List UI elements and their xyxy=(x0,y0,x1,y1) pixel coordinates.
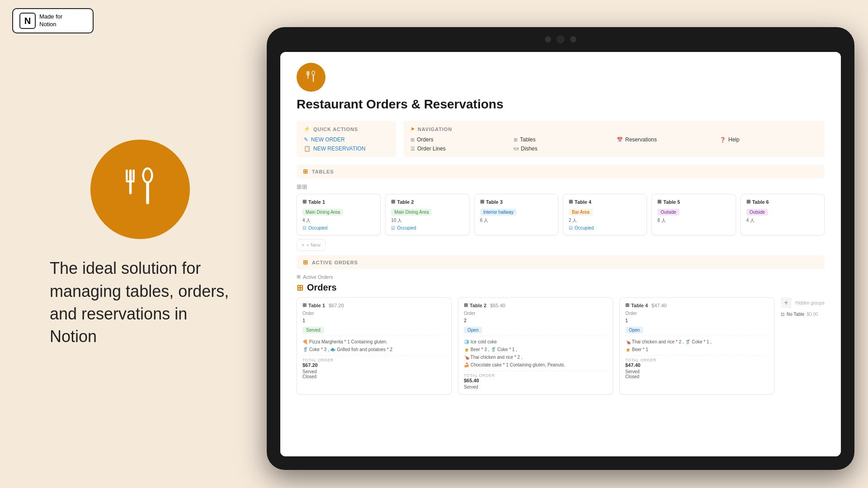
order2-table-icon: ⊞ xyxy=(464,302,468,308)
order3-items: 🍗 Thai chicken and rice * 2 , 🥤 Coke * 1… xyxy=(625,336,769,353)
svg-rect-3 xyxy=(126,180,135,182)
nav-tables[interactable]: ⊞ Tables xyxy=(514,136,611,143)
page-title: Restaurant Orders & Reservations xyxy=(297,97,825,112)
table-card-1: ⊞ Table 1 Main Dining Area 4 人 ☑ Occupie… xyxy=(297,194,381,235)
order-card-table4: ⊞ Table 4 $47.40 Order 1 Open 🍗 Thai chi… xyxy=(619,297,774,394)
svg-rect-4 xyxy=(146,180,149,204)
table6-area: Outside xyxy=(746,209,768,216)
plus-icon: + xyxy=(302,242,304,248)
table3-seats: 6 人 xyxy=(480,217,552,224)
dishes-icon: 🍽 xyxy=(514,146,519,151)
nav-orders[interactable]: ⊞ Orders xyxy=(410,136,508,143)
svg-rect-9 xyxy=(309,71,309,74)
order3-status: Open xyxy=(625,327,643,333)
order-card-table2: ⊞ Table 2 $65.40 Order 2 Open 🧊 Ice cold… xyxy=(458,297,613,394)
hidden-groups-panel: + Hidden groups ⊡ No Table $0.00 xyxy=(781,297,825,394)
navigation-header: ➤ Navigation xyxy=(410,126,817,132)
tables-grid: ⊞ Table 1 Main Dining Area 4 人 ☑ Occupie… xyxy=(297,194,825,235)
tablet-camera-bar xyxy=(545,35,576,43)
page-icon-row xyxy=(297,63,825,92)
svg-rect-8 xyxy=(307,71,307,74)
table4-area: Bar Area xyxy=(569,209,593,216)
svg-rect-1 xyxy=(126,169,127,180)
table4-seats: 2 人 xyxy=(569,217,641,224)
navigation-panel: ➤ Navigation ⊞ Orders ⊞ Tables xyxy=(403,121,825,157)
add-group-button[interactable]: + xyxy=(781,297,792,308)
tables-view-icon: ⊞⊞ xyxy=(297,183,825,190)
table5-seats: 8 人 xyxy=(657,217,730,224)
tablet-camera-left xyxy=(545,36,551,42)
hidden-groups-label: Hidden groups xyxy=(795,300,825,305)
nav-icon: ➤ xyxy=(410,126,415,132)
nav-dishes[interactable]: 🍽 Dishes xyxy=(514,145,611,152)
orders-grid: ⊞ Table 1 $67.20 Order 1 Served 🍕 Pizza … xyxy=(297,297,825,394)
tablet-wrapper: Restaurant Orders & Reservations ⚡ Quick… xyxy=(253,0,868,488)
orders-view-label: ⊞ Active Orders xyxy=(297,274,825,280)
orderlines-icon: ☰ xyxy=(410,146,415,152)
orders-section: ⊞ Active Orders ⊞ Active Orders ⊞ Orders xyxy=(297,255,825,394)
order-card-table1: ⊞ Table 1 $67.20 Order 1 Served 🍕 Pizza … xyxy=(297,297,452,394)
tablet-screen: Restaurant Orders & Reservations ⚡ Quick… xyxy=(280,52,841,456)
top-blocks-row: ⚡ Quick Actions ✎ NEW ORDER 📋 NEW RESERV… xyxy=(297,121,825,157)
quick-actions-header: ⚡ Quick Actions xyxy=(304,126,389,132)
table1-occupied: ☑ Occupied xyxy=(302,225,375,230)
new-order-button[interactable]: ✎ NEW ORDER xyxy=(304,136,389,143)
nav-reservations[interactable]: 📅 Reservations xyxy=(617,136,714,143)
tables-section-header: ⊞ Tables xyxy=(297,164,825,178)
svg-rect-2 xyxy=(133,169,135,180)
no-table-badge: ⊡ No Table $0.00 xyxy=(781,312,825,317)
svg-rect-11 xyxy=(313,75,314,82)
order1-table-icon: ⊞ xyxy=(302,302,307,308)
restaurant-icon-large xyxy=(90,140,190,239)
table-card-4: ⊞ Table 4 Bar Area 2 人 ☑ Occupied xyxy=(563,194,647,235)
table4-occupied: ☑ Occupied xyxy=(569,225,641,230)
help-icon: ❓ xyxy=(720,137,726,143)
table-card-2: ⊞ Table 2 Main Dining Area 10 人 ☑ Occupi… xyxy=(385,194,469,235)
table2-seats: 10 人 xyxy=(391,217,463,224)
table3-area: Interior hallway xyxy=(480,209,517,216)
table6-icon: ⊞ xyxy=(746,199,750,205)
lightning-icon: ⚡ xyxy=(304,126,311,132)
table-card-5: ⊞ Table 5 Outside 8 人 xyxy=(651,194,736,235)
tables-section-icon: ⊞ xyxy=(303,168,308,175)
no-table-icon: ⊡ xyxy=(781,312,784,317)
order2-status: Open xyxy=(464,327,482,333)
svg-point-13 xyxy=(312,71,315,75)
quick-actions-list: ✎ NEW ORDER 📋 NEW RESERVATION xyxy=(304,136,389,152)
quick-actions-panel: ⚡ Quick Actions ✎ NEW ORDER 📋 NEW RESERV… xyxy=(297,121,396,157)
tables-icon: ⊞ xyxy=(514,137,518,143)
table1-area: Main Dining Area xyxy=(302,209,343,216)
orders-title: ⊞ Orders xyxy=(297,282,825,293)
svg-point-6 xyxy=(144,169,151,181)
orders-title-icon: ⊞ xyxy=(297,283,303,293)
table4-icon: ⊞ xyxy=(569,199,573,205)
table5-area: Outside xyxy=(657,209,679,216)
add-table-button[interactable]: + + New xyxy=(297,239,326,251)
navigation-grid: ⊞ Orders ⊞ Tables 📅 Reservations xyxy=(410,136,817,152)
table-card-6: ⊞ Table 6 Outside 4 人 xyxy=(741,194,825,235)
table2-area: Main Dining Area xyxy=(391,209,432,216)
table2-occupied: ☑ Occupied xyxy=(391,225,463,230)
order2-items: 🧊 Ice cold coke 🍺 Beer * 3 , 🥤 Coke * 1 … xyxy=(464,336,607,368)
nav-help[interactable]: ❓ Help xyxy=(720,136,817,143)
orders-section-header: ⊞ Active Orders xyxy=(297,255,825,269)
table2-icon: ⊞ xyxy=(391,199,395,205)
nav-orderlines[interactable]: ☰ Order Lines xyxy=(410,145,508,152)
reservations-icon: 📅 xyxy=(617,137,623,143)
tablet-camera-right xyxy=(570,36,576,42)
new-reservation-button[interactable]: 📋 NEW RESERVATION xyxy=(304,145,389,152)
order1-items: 🍕 Pizza Margherita * 1 Containing gluten… xyxy=(302,336,446,353)
tablet-device: Restaurant Orders & Reservations ⚡ Quick… xyxy=(267,27,854,470)
orders-section-icon: ⊞ xyxy=(303,259,308,266)
edit-icon: ✎ xyxy=(304,136,308,143)
svg-rect-10 xyxy=(307,75,309,75)
table-card-3: ⊞ Table 3 Interior hallway 6 人 xyxy=(474,194,558,235)
tables-section: ⊞ Tables ⊞⊞ ⊞ Table 1 Main Dining Area 4 xyxy=(297,164,825,251)
tablet-camera-main xyxy=(557,35,565,43)
table3-icon: ⊞ xyxy=(480,199,484,205)
table1-seats: 4 人 xyxy=(302,217,375,224)
order3-table-icon: ⊞ xyxy=(625,302,629,308)
calendar-icon: 📋 xyxy=(304,145,311,152)
page-icon xyxy=(297,63,326,92)
table6-seats: 4 人 xyxy=(746,217,819,224)
